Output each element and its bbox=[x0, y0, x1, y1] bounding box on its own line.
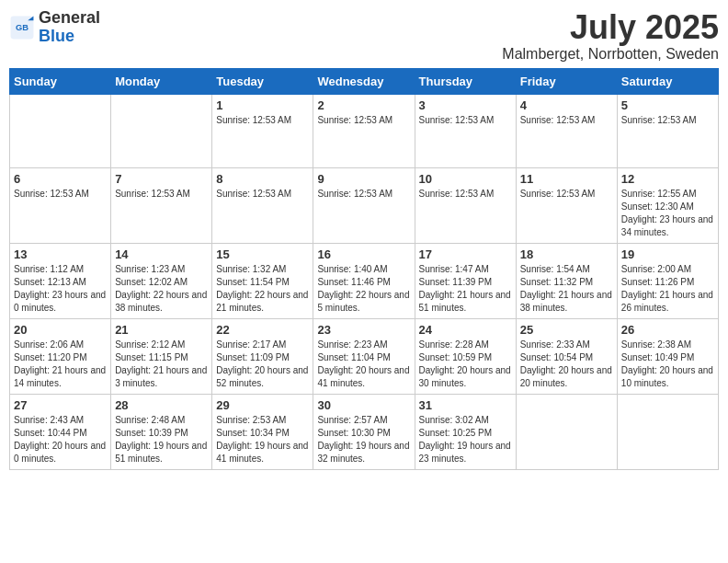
calendar-cell: 1Sunrise: 12:53 AM bbox=[212, 94, 313, 167]
calendar-cell: 26Sunrise: 2:38 AM Sunset: 10:49 PM Dayl… bbox=[617, 318, 718, 394]
day-number: 25 bbox=[520, 323, 613, 337]
day-number: 28 bbox=[115, 398, 208, 412]
day-info: Sunrise: 12:53 AM bbox=[317, 114, 410, 127]
day-info: Sunrise: 1:23 AM Sunset: 12:02 AM Daylig… bbox=[115, 263, 208, 315]
day-number: 21 bbox=[115, 323, 208, 337]
day-number: 31 bbox=[419, 398, 512, 412]
day-number: 9 bbox=[317, 172, 410, 186]
logo-line2: Blue bbox=[39, 28, 100, 46]
day-info: Sunrise: 12:53 AM bbox=[520, 188, 613, 201]
day-info: Sunrise: 12:53 AM bbox=[317, 188, 410, 201]
weekday-header-cell: Friday bbox=[516, 68, 617, 94]
day-info: Sunrise: 12:53 AM bbox=[115, 188, 208, 201]
calendar-cell: 2Sunrise: 12:53 AM bbox=[313, 94, 415, 167]
calendar-cell: 31Sunrise: 3:02 AM Sunset: 10:25 PM Dayl… bbox=[415, 394, 516, 469]
day-number: 30 bbox=[317, 398, 410, 412]
day-number: 5 bbox=[621, 98, 714, 112]
day-info: Sunrise: 12:55 AM Sunset: 12:30 AM Dayli… bbox=[621, 188, 714, 239]
day-info: Sunrise: 2:38 AM Sunset: 10:49 PM Daylig… bbox=[621, 339, 714, 390]
weekday-header-cell: Wednesday bbox=[313, 68, 415, 94]
day-number: 12 bbox=[621, 172, 714, 186]
calendar-week-row: 1Sunrise: 12:53 AM2Sunrise: 12:53 AM3Sun… bbox=[10, 94, 719, 167]
calendar-week-row: 20Sunrise: 2:06 AM Sunset: 11:20 PM Dayl… bbox=[10, 318, 719, 394]
calendar-cell: 18Sunrise: 1:54 AM Sunset: 11:32 PM Dayl… bbox=[516, 243, 617, 318]
day-info: Sunrise: 1:54 AM Sunset: 11:32 PM Daylig… bbox=[520, 263, 613, 315]
day-info: Sunrise: 2:00 AM Sunset: 11:26 PM Daylig… bbox=[621, 263, 714, 315]
logo-icon: GB bbox=[9, 15, 35, 40]
day-info: Sunrise: 1:47 AM Sunset: 11:39 PM Daylig… bbox=[419, 263, 512, 315]
calendar-table: SundayMondayTuesdayWednesdayThursdayFrid… bbox=[9, 68, 719, 470]
calendar-cell: 8Sunrise: 12:53 AM bbox=[212, 167, 313, 243]
calendar-cell: 27Sunrise: 2:43 AM Sunset: 10:44 PM Dayl… bbox=[10, 394, 111, 469]
calendar-cell bbox=[10, 94, 111, 167]
calendar-cell bbox=[111, 94, 212, 167]
calendar-cell: 21Sunrise: 2:12 AM Sunset: 11:15 PM Dayl… bbox=[111, 318, 212, 394]
calendar-cell: 4Sunrise: 12:53 AM bbox=[516, 94, 617, 167]
day-number: 2 bbox=[317, 98, 410, 112]
weekday-header-cell: Thursday bbox=[415, 68, 516, 94]
calendar-cell: 15Sunrise: 1:32 AM Sunset: 11:54 PM Dayl… bbox=[212, 243, 313, 318]
day-info: Sunrise: 2:43 AM Sunset: 10:44 PM Daylig… bbox=[14, 414, 107, 465]
weekday-header-cell: Monday bbox=[111, 68, 212, 94]
weekday-header-row: SundayMondayTuesdayWednesdayThursdayFrid… bbox=[10, 68, 719, 94]
calendar-cell: 23Sunrise: 2:23 AM Sunset: 11:04 PM Dayl… bbox=[313, 318, 415, 394]
calendar-cell: 7Sunrise: 12:53 AM bbox=[111, 167, 212, 243]
day-info: Sunrise: 1:12 AM Sunset: 12:13 AM Daylig… bbox=[14, 263, 107, 315]
day-info: Sunrise: 12:53 AM bbox=[419, 188, 512, 201]
day-info: Sunrise: 2:33 AM Sunset: 10:54 PM Daylig… bbox=[520, 339, 613, 390]
day-info: Sunrise: 2:06 AM Sunset: 11:20 PM Daylig… bbox=[14, 339, 107, 390]
title-area: July 2025 Malmberget, Norrbotten, Sweden bbox=[502, 9, 719, 63]
header: GB General Blue July 2025 Malmberget, No… bbox=[9, 9, 719, 63]
calendar-cell: 14Sunrise: 1:23 AM Sunset: 12:02 AM Dayl… bbox=[111, 243, 212, 318]
day-info: Sunrise: 3:02 AM Sunset: 10:25 PM Daylig… bbox=[419, 414, 512, 465]
day-info: Sunrise: 2:23 AM Sunset: 11:04 PM Daylig… bbox=[317, 339, 410, 390]
day-info: Sunrise: 2:57 AM Sunset: 10:30 PM Daylig… bbox=[317, 414, 410, 465]
day-info: Sunrise: 12:53 AM bbox=[14, 188, 107, 201]
weekday-header-cell: Sunday bbox=[10, 68, 111, 94]
day-number: 11 bbox=[520, 172, 613, 186]
calendar-cell bbox=[516, 394, 617, 469]
day-info: Sunrise: 1:32 AM Sunset: 11:54 PM Daylig… bbox=[216, 263, 309, 315]
day-info: Sunrise: 1:40 AM Sunset: 11:46 PM Daylig… bbox=[317, 263, 410, 315]
day-number: 16 bbox=[317, 247, 410, 261]
weekday-header-cell: Tuesday bbox=[212, 68, 313, 94]
day-number: 22 bbox=[216, 323, 309, 337]
day-number: 1 bbox=[216, 98, 309, 112]
calendar-cell: 3Sunrise: 12:53 AM bbox=[415, 94, 516, 167]
day-number: 26 bbox=[621, 323, 714, 337]
day-number: 4 bbox=[520, 98, 613, 112]
day-info: Sunrise: 2:53 AM Sunset: 10:34 PM Daylig… bbox=[216, 414, 309, 465]
calendar-cell: 11Sunrise: 12:53 AM bbox=[516, 167, 617, 243]
calendar-cell: 25Sunrise: 2:33 AM Sunset: 10:54 PM Dayl… bbox=[516, 318, 617, 394]
calendar-cell: 12Sunrise: 12:55 AM Sunset: 12:30 AM Day… bbox=[617, 167, 718, 243]
calendar-cell: 19Sunrise: 2:00 AM Sunset: 11:26 PM Dayl… bbox=[617, 243, 718, 318]
logo: GB General Blue bbox=[9, 9, 100, 46]
day-number: 19 bbox=[621, 247, 714, 261]
location-title: Malmberget, Norrbotten, Sweden bbox=[502, 46, 719, 63]
day-number: 13 bbox=[14, 247, 107, 261]
calendar-cell: 16Sunrise: 1:40 AM Sunset: 11:46 PM Dayl… bbox=[313, 243, 415, 318]
calendar-cell: 28Sunrise: 2:48 AM Sunset: 10:39 PM Dayl… bbox=[111, 394, 212, 469]
day-number: 29 bbox=[216, 398, 309, 412]
calendar-cell: 5Sunrise: 12:53 AM bbox=[617, 94, 718, 167]
day-number: 27 bbox=[14, 398, 107, 412]
calendar-cell: 30Sunrise: 2:57 AM Sunset: 10:30 PM Dayl… bbox=[313, 394, 415, 469]
calendar-cell bbox=[617, 394, 718, 469]
calendar-body: 1Sunrise: 12:53 AM2Sunrise: 12:53 AM3Sun… bbox=[10, 94, 719, 469]
day-info: Sunrise: 2:12 AM Sunset: 11:15 PM Daylig… bbox=[115, 339, 208, 390]
calendar-cell: 6Sunrise: 12:53 AM bbox=[10, 167, 111, 243]
month-title: July 2025 bbox=[502, 9, 719, 46]
calendar-cell: 13Sunrise: 1:12 AM Sunset: 12:13 AM Dayl… bbox=[10, 243, 111, 318]
day-number: 8 bbox=[216, 172, 309, 186]
day-number: 6 bbox=[14, 172, 107, 186]
calendar-cell: 10Sunrise: 12:53 AM bbox=[415, 167, 516, 243]
day-info: Sunrise: 12:53 AM bbox=[520, 114, 613, 127]
day-number: 10 bbox=[419, 172, 512, 186]
day-info: Sunrise: 2:48 AM Sunset: 10:39 PM Daylig… bbox=[115, 414, 208, 465]
day-number: 24 bbox=[419, 323, 512, 337]
day-number: 3 bbox=[419, 98, 512, 112]
calendar-cell: 20Sunrise: 2:06 AM Sunset: 11:20 PM Dayl… bbox=[10, 318, 111, 394]
day-number: 23 bbox=[317, 323, 410, 337]
day-number: 15 bbox=[216, 247, 309, 261]
day-number: 20 bbox=[14, 323, 107, 337]
